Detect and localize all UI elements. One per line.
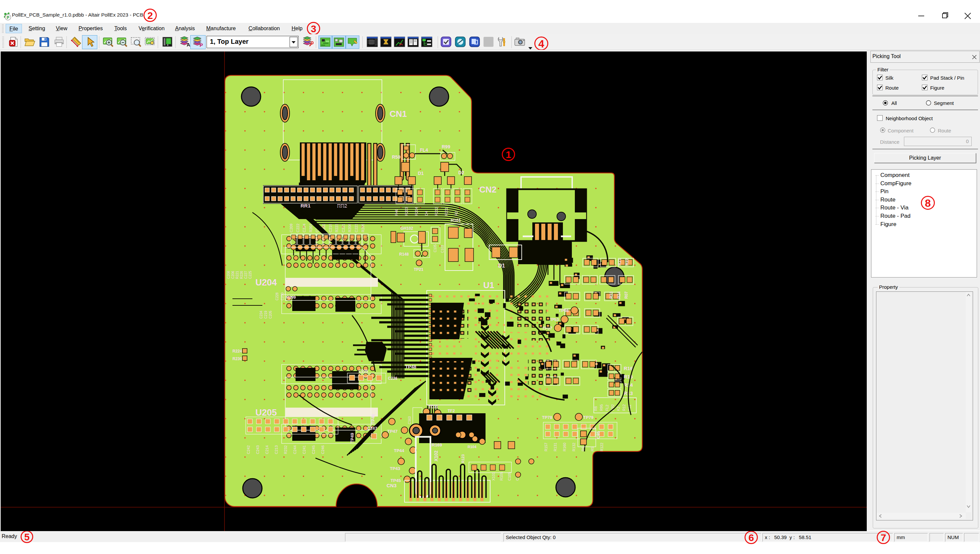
svg-text:C209: C209 (289, 224, 293, 232)
svg-text:C225: C225 (249, 271, 252, 279)
svg-text:R131: R131 (553, 443, 557, 451)
svg-text:R212: R212 (434, 207, 438, 216)
svg-text:R5: R5 (590, 447, 594, 451)
svg-text:R224: R224 (233, 349, 242, 353)
svg-text:R299: R299 (286, 295, 296, 300)
svg-text:R232: R232 (284, 446, 288, 454)
svg-text:TP49: TP49 (350, 433, 355, 443)
svg-text:C245: C245 (311, 446, 316, 454)
svg-text:C244: C244 (293, 446, 297, 454)
svg-text:C103: C103 (441, 245, 445, 253)
svg-text:U204: U204 (255, 277, 277, 287)
svg-text:C223: C223 (354, 224, 359, 232)
svg-text:R95: R95 (599, 404, 603, 411)
svg-text:TC31: TC31 (429, 404, 438, 409)
svg-text:P: P (199, 42, 203, 48)
svg-text:R221: R221 (236, 271, 239, 279)
svg-text:C236: C236 (388, 376, 397, 381)
svg-text:U205: U205 (255, 408, 277, 417)
svg-text:C228: C228 (275, 293, 279, 301)
svg-text:R204: R204 (414, 207, 418, 216)
svg-text:K2: K2 (617, 407, 620, 411)
svg-text:TP43: TP43 (390, 466, 400, 471)
svg-text:C242: C242 (246, 446, 250, 454)
svg-text:R12: R12 (622, 404, 626, 411)
svg-text:R226: R226 (240, 271, 244, 279)
svg-text:CN1: CN1 (390, 109, 407, 119)
svg-text:C243: C243 (256, 446, 260, 454)
svg-text:R99: R99 (442, 144, 450, 150)
svg-text:R223: R223 (335, 224, 339, 232)
svg-text:R22: R22 (625, 258, 629, 266)
svg-text:R50: R50 (392, 154, 400, 160)
svg-text:P: P (6, 15, 9, 20)
svg-text:C234: C234 (259, 311, 263, 318)
svg-text:R123: R123 (461, 454, 465, 463)
svg-text:TP46: TP46 (371, 414, 376, 424)
svg-text:H101: H101 (451, 218, 461, 223)
svg-text:C206: C206 (231, 271, 235, 279)
svg-text:X102: X102 (433, 451, 439, 462)
svg-text:R201: R201 (309, 224, 313, 232)
svg-text:C205: C205 (269, 311, 272, 318)
svg-text:C214: C214 (265, 446, 269, 454)
svg-text:C230: C230 (280, 293, 284, 301)
svg-text:TP44: TP44 (394, 448, 405, 453)
svg-text:TP47: TP47 (387, 429, 397, 434)
svg-text:U1: U1 (483, 280, 494, 290)
svg-text:R104: R104 (468, 445, 476, 449)
svg-text:R122: R122 (600, 443, 604, 451)
svg-text:C105: C105 (433, 244, 437, 252)
svg-text:TP79: TP79 (583, 415, 593, 420)
svg-text:CN2: CN2 (479, 185, 497, 194)
svg-text:C224: C224 (302, 224, 306, 232)
svg-text:R230: R230 (233, 357, 242, 361)
svg-text:R46: R46 (395, 209, 398, 216)
svg-text:C219: C219 (264, 311, 268, 318)
svg-text:C247: C247 (367, 426, 377, 431)
svg-text:R160: R160 (563, 443, 567, 451)
svg-text:RR1: RR1 (301, 203, 311, 209)
svg-text:FL2: FL2 (605, 404, 609, 411)
svg-text:GH102: GH102 (400, 226, 413, 231)
svg-text:D2: D2 (458, 170, 464, 175)
svg-text:D4: D4 (424, 211, 429, 216)
svg-text:C235: C235 (359, 369, 368, 373)
svg-text:C105: C105 (507, 472, 512, 481)
svg-text:D1: D1 (418, 170, 424, 176)
svg-text:C222: C222 (296, 224, 300, 232)
svg-text:R16: R16 (624, 365, 633, 371)
svg-text:R2: R2 (454, 211, 458, 216)
svg-text:C85: C85 (596, 431, 601, 439)
svg-text:C218: C218 (328, 224, 332, 232)
svg-text:TF2: TF2 (448, 409, 455, 413)
svg-text:D1: D1 (498, 263, 505, 269)
svg-text:C163: C163 (408, 416, 411, 424)
svg-text:TP66: TP66 (559, 308, 569, 313)
svg-text:TP45: TP45 (390, 478, 401, 483)
svg-text:R209: R209 (361, 224, 365, 232)
svg-text:R23: R23 (609, 291, 614, 299)
svg-text:R24: R24 (617, 291, 621, 299)
svg-text:CN3: CN3 (387, 482, 397, 488)
svg-text:R157: R157 (544, 443, 548, 451)
svg-text:R132: R132 (572, 443, 576, 451)
svg-text:C241: C241 (302, 446, 306, 454)
svg-text:R8: R8 (594, 406, 598, 411)
svg-text:A: A (186, 42, 190, 48)
svg-text:R148: R148 (399, 252, 409, 256)
svg-text:C221: C221 (341, 224, 345, 232)
svg-text:TP48: TP48 (405, 364, 416, 369)
svg-text:R21: R21 (617, 258, 622, 266)
svg-text:TP78: TP78 (542, 415, 552, 420)
svg-text:R105: R105 (499, 472, 504, 481)
svg-text:C208: C208 (227, 271, 231, 279)
svg-text:X101: X101 (491, 472, 496, 481)
svg-text:C246: C246 (321, 446, 325, 454)
svg-text:C227: C227 (244, 271, 248, 279)
svg-text:R07: R07 (624, 291, 629, 299)
svg-text:R211: R211 (445, 207, 448, 216)
svg-text:R169: R169 (432, 443, 442, 447)
svg-text:TP21: TP21 (414, 267, 424, 272)
svg-text:R208: R208 (348, 224, 352, 232)
